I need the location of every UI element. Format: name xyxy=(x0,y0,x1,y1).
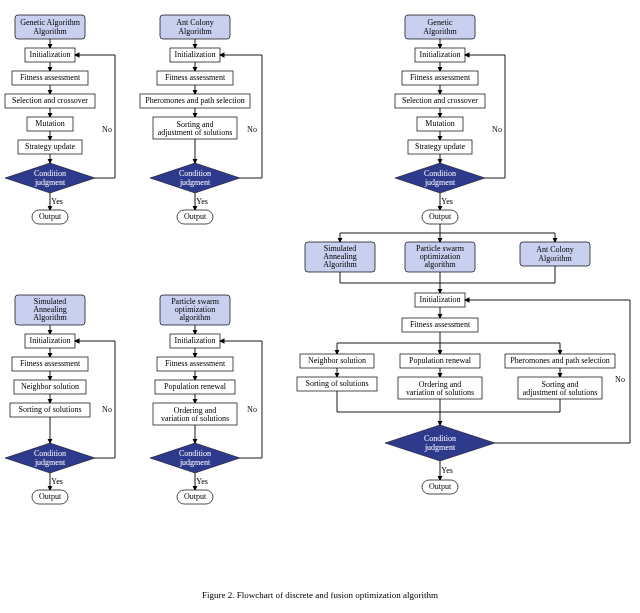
svg-text:judgment: judgment xyxy=(424,178,456,187)
svg-text:algorithm: algorithm xyxy=(179,313,211,322)
svg-text:adjustment of solutions: adjustment of solutions xyxy=(158,128,233,137)
svg-text:No: No xyxy=(615,375,625,384)
svg-text:Fitness assessment: Fitness assessment xyxy=(165,359,226,368)
svg-text:judgment: judgment xyxy=(34,178,66,187)
svg-text:Yes: Yes xyxy=(441,197,453,206)
svg-text:Algorithm: Algorithm xyxy=(423,27,457,36)
svg-text:Fitness assessment: Fitness assessment xyxy=(410,73,471,82)
svg-text:Output: Output xyxy=(39,492,62,501)
svg-text:Population renewal: Population renewal xyxy=(409,356,472,365)
ga-mutation: Mutation xyxy=(35,119,64,128)
svg-text:Initialization: Initialization xyxy=(175,336,216,345)
flow-ga: Genetic Algorithm Algorithm Initializati… xyxy=(5,15,115,224)
sa-sorting: Sorting of solutions xyxy=(18,405,81,414)
svg-text:judgment: judgment xyxy=(424,443,456,452)
flow-aco: Ant Colony Algorithm Initialization Fitn… xyxy=(140,15,262,224)
svg-text:Strategy update: Strategy update xyxy=(415,142,465,151)
svg-text:Condition: Condition xyxy=(424,434,456,443)
svg-text:Fitness assessment: Fitness assessment xyxy=(20,359,81,368)
svg-text:Neighbor solution: Neighbor solution xyxy=(308,356,366,365)
svg-text:Mutation: Mutation xyxy=(425,119,454,128)
svg-text:No: No xyxy=(247,125,257,134)
figure-caption: Figure 2. Flowchart of discrete and fusi… xyxy=(202,590,438,600)
svg-text:Output: Output xyxy=(184,492,207,501)
svg-text:Yes: Yes xyxy=(51,197,63,206)
svg-text:Algorithm: Algorithm xyxy=(33,27,67,36)
svg-text:judgment: judgment xyxy=(34,458,66,467)
svg-text:Yes: Yes xyxy=(51,477,63,486)
svg-text:Output: Output xyxy=(429,212,452,221)
svg-text:Condition: Condition xyxy=(179,449,211,458)
svg-text:Ant Colony: Ant Colony xyxy=(176,18,214,27)
pso-population: Population renewal xyxy=(164,382,227,391)
flow-sa: Simulated Annealing Algorithm Initializa… xyxy=(5,295,115,504)
svg-text:Algorithm: Algorithm xyxy=(33,313,67,322)
svg-text:Yes: Yes xyxy=(441,466,453,475)
ga-fitness: Fitness assessment xyxy=(20,73,81,82)
sa-neighbor: Neighbor solution xyxy=(21,382,79,391)
svg-text:Yes: Yes xyxy=(196,197,208,206)
svg-text:judgment: judgment xyxy=(179,458,211,467)
svg-text:Condition: Condition xyxy=(34,169,66,178)
flow-pso: Particle swarm optimization algorithm In… xyxy=(150,295,262,504)
svg-text:Condition: Condition xyxy=(34,449,66,458)
svg-text:Initialization: Initialization xyxy=(420,50,461,59)
svg-text:Initialization: Initialization xyxy=(175,50,216,59)
ga-init: Initialization xyxy=(30,50,71,59)
svg-text:Algorithm: Algorithm xyxy=(178,27,212,36)
svg-text:Fitness assessment: Fitness assessment xyxy=(410,320,471,329)
ga-strategy: Strategy update xyxy=(25,142,75,151)
svg-text:Initialization: Initialization xyxy=(420,295,461,304)
svg-text:Yes: Yes xyxy=(196,477,208,486)
svg-text:variation of solutions: variation of solutions xyxy=(161,414,229,423)
svg-text:judgment: judgment xyxy=(179,178,211,187)
svg-text:algorithm: algorithm xyxy=(424,260,456,269)
svg-text:Condition: Condition xyxy=(179,169,211,178)
svg-text:Condition: Condition xyxy=(424,169,456,178)
svg-text:No: No xyxy=(102,405,112,414)
svg-text:Initialization: Initialization xyxy=(30,336,71,345)
svg-text:Ant Colony: Ant Colony xyxy=(536,245,574,254)
flow-fusion: GeneticAlgorithm Initialization Fitness … xyxy=(297,15,630,494)
svg-text:No: No xyxy=(492,125,502,134)
ga-title: Genetic Algorithm xyxy=(20,18,81,27)
ga-selcross: Selection and crossover xyxy=(12,96,88,105)
aco-pheromone: Pheromones and path selection xyxy=(145,96,244,105)
svg-text:Algorithm: Algorithm xyxy=(538,254,572,263)
svg-text:Algorithm: Algorithm xyxy=(323,260,357,269)
svg-text:variation of solutions: variation of solutions xyxy=(406,388,474,397)
svg-text:Genetic: Genetic xyxy=(428,18,453,27)
svg-text:Sorting of solutions: Sorting of solutions xyxy=(305,379,368,388)
svg-text:adjustment of solutions: adjustment of solutions xyxy=(523,388,598,397)
svg-text:No: No xyxy=(102,125,112,134)
svg-text:Selection and crossover: Selection and crossover xyxy=(402,96,478,105)
svg-text:No: No xyxy=(247,405,257,414)
svg-text:Output: Output xyxy=(184,212,207,221)
svg-text:Fitness assessment: Fitness assessment xyxy=(165,73,226,82)
svg-text:Output: Output xyxy=(429,482,452,491)
svg-text:Pheromones and path selection: Pheromones and path selection xyxy=(510,356,609,365)
ga-output: Output xyxy=(39,212,62,221)
